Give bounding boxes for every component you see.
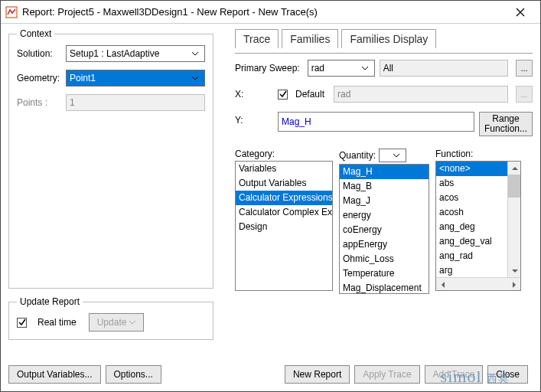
points-row: Points : 1: [17, 94, 205, 111]
list-item[interactable]: Variables: [236, 162, 332, 176]
tab-families-display[interactable]: Families Display: [341, 29, 436, 48]
x-row: X: Default rad ...: [235, 86, 533, 103]
add-trace-button[interactable]: Add Trace: [425, 365, 484, 384]
list-item[interactable]: Output Variables: [236, 176, 332, 191]
primary-scope-field: All: [380, 60, 508, 77]
titlebar: Report: Project5 - Maxwell3DDesign1 - Ne…: [1, 1, 540, 24]
chevron-down-icon: [390, 150, 402, 161]
category-listbox[interactable]: VariablesOutput VariablesCalculator Expr…: [235, 161, 333, 291]
close-icon: [516, 8, 525, 17]
y-value-field[interactable]: Mag_H: [278, 112, 474, 132]
solution-label: Solution:: [17, 48, 66, 59]
list-item[interactable]: Mag_B: [340, 179, 429, 194]
solution-row: Solution: Setup1 : LastAdaptive: [17, 45, 205, 62]
window-close-button[interactable]: [505, 2, 536, 23]
points-field: 1: [66, 94, 205, 111]
update-button[interactable]: Update: [89, 313, 145, 332]
update-legend: Update Report: [17, 296, 83, 307]
x-default-label: Default: [295, 89, 324, 100]
list-item[interactable]: energy: [340, 208, 429, 223]
x-label: X:: [235, 89, 273, 100]
context-group: Context Solution: Setup1 : LastAdaptive …: [8, 28, 213, 289]
update-report-group: Update Report Real time Update: [8, 296, 213, 340]
context-legend: Context: [17, 28, 54, 39]
realtime-label: Real time: [37, 317, 77, 328]
check-icon: [279, 90, 287, 98]
primary-sweep-label: Primary Sweep:: [235, 63, 300, 74]
list-item[interactable]: Mag_Displacement: [340, 281, 429, 294]
points-label: Points :: [17, 97, 66, 108]
function-label: Function:: [435, 149, 521, 159]
list-item[interactable]: Calculator Expressions: [236, 191, 332, 205]
category-label: Category:: [235, 149, 333, 159]
x-default-checkbox[interactable]: [278, 90, 288, 100]
primary-sweep-row: Primary Sweep: rad All ...: [235, 60, 533, 77]
list-item[interactable]: appEnergy: [340, 237, 429, 252]
x-browse-button: ...: [516, 86, 533, 103]
function-scrollbar-h[interactable]: [436, 277, 520, 290]
quantity-column: Quantity: Mag_HMag_BMag_JenergycoEnergya…: [339, 149, 429, 294]
check-icon: [18, 318, 26, 326]
right-column: Trace Families Families Display Primary …: [235, 28, 533, 294]
scroll-down-icon[interactable]: [508, 264, 521, 277]
range-function-button[interactable]: Range Function...: [479, 112, 533, 136]
left-column: Context Solution: Setup1 : LastAdaptive …: [8, 28, 213, 348]
primary-sweep-combo[interactable]: rad: [308, 60, 375, 77]
function-scrollbar-v[interactable]: [507, 162, 520, 277]
scroll-thumb[interactable]: [508, 175, 520, 198]
x-value-field: rad: [334, 86, 508, 103]
y-label: Y:: [235, 112, 273, 136]
category-column: Category: VariablesOutput VariablesCalcu…: [235, 149, 333, 294]
window-title: Report: Project5 - Maxwell3DDesign1 - Ne…: [22, 6, 505, 18]
function-listbox[interactable]: <none>absacosacoshang_degang_deg_valang_…: [435, 161, 521, 291]
bottom-bar: Output Variables... Options... New Repor…: [8, 365, 533, 384]
quantity-label: Quantity:: [339, 149, 429, 162]
tab-trace[interactable]: Trace: [235, 29, 279, 48]
app-icon: [5, 6, 18, 18]
tab-families[interactable]: Families: [282, 29, 338, 48]
realtime-checkbox[interactable]: [17, 318, 27, 328]
quantity-listbox[interactable]: Mag_HMag_BMag_JenergycoEnergyappEnergyOh…: [339, 164, 429, 294]
list-item[interactable]: Mag_H: [340, 165, 429, 179]
report-dialog: Report: Project5 - Maxwell3DDesign1 - Ne…: [0, 0, 541, 392]
list-item[interactable]: Design: [236, 220, 332, 234]
lists-area: Category: VariablesOutput VariablesCalcu…: [235, 149, 533, 294]
chevron-down-icon: [359, 63, 371, 74]
list-item[interactable]: Mag_J: [340, 194, 429, 208]
y-row: Y: Mag_H Range Function...: [235, 112, 533, 136]
close-button[interactable]: Close: [487, 365, 528, 384]
scroll-up-icon[interactable]: [508, 162, 521, 175]
new-report-button[interactable]: New Report: [285, 365, 350, 384]
list-item[interactable]: Calculator Complex Expressions: [236, 205, 332, 220]
list-item[interactable]: Temperature: [340, 266, 429, 281]
geometry-row: Geometry: Point1: [17, 70, 205, 87]
tab-strip: Trace Families Families Display: [235, 28, 533, 47]
solution-combo[interactable]: Setup1 : LastAdaptive: [66, 45, 205, 62]
options-button[interactable]: Options...: [106, 365, 161, 384]
client-area: Context Solution: Setup1 : LastAdaptive …: [1, 24, 540, 391]
output-variables-button[interactable]: Output Variables...: [8, 365, 101, 384]
apply-trace-button[interactable]: Apply Trace: [354, 365, 419, 384]
chevron-down-icon: [189, 48, 201, 59]
list-item[interactable]: Ohmic_Loss: [340, 252, 429, 266]
geometry-label: Geometry:: [17, 73, 66, 83]
quantity-filter-combo[interactable]: [379, 149, 406, 162]
scroll-right-icon[interactable]: [507, 278, 520, 291]
chevron-down-icon: [189, 73, 201, 83]
list-item[interactable]: coEnergy: [340, 223, 429, 237]
primary-scope-browse-button[interactable]: ...: [516, 60, 533, 77]
scroll-left-icon[interactable]: [436, 278, 449, 291]
geometry-combo[interactable]: Point1: [66, 70, 205, 87]
function-column: Function: <none>absacosacoshang_degang_d…: [435, 149, 521, 294]
chevron-down-icon: [126, 317, 135, 328]
